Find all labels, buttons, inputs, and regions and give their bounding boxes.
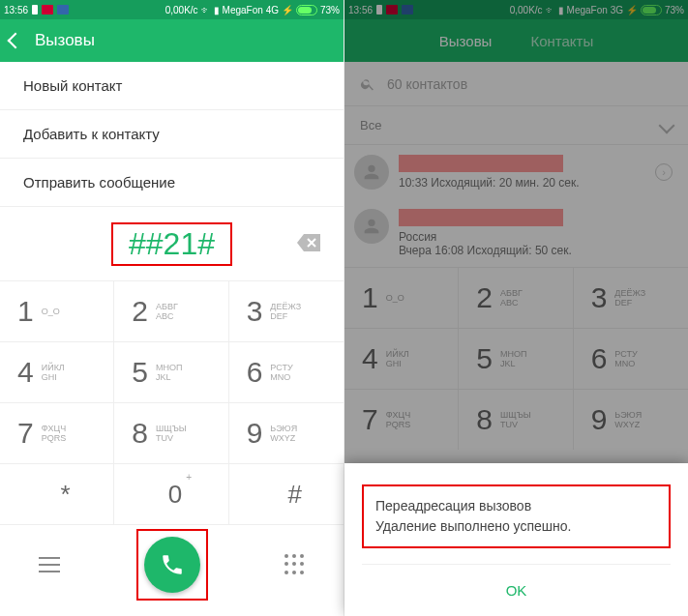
dialed-number: ##21# [111,222,232,266]
key-7[interactable]: 7ФХЦЧPQRS [0,402,114,463]
key-5[interactable]: 5МНОПJKL [114,341,228,402]
menu-icon[interactable] [39,557,60,572]
key-star[interactable]: * [0,463,114,524]
dialog-line2: Удаление выполнено успешно. [375,516,657,537]
page-title: Вызовы [35,31,95,50]
dialog-ok-button[interactable]: OK [362,564,671,616]
dialog-line1: Переадресация вызовов [375,496,657,516]
key-6[interactable]: 6РСТУMNO [229,341,344,402]
status-time: 13:56 [4,5,28,15]
key-4[interactable]: 4ИЙКЛGHI [0,341,114,402]
gmail-icon [42,5,53,15]
menu-send-message[interactable]: Отправить сообщение [0,159,344,207]
status-carrier: MegaFon 4G [223,5,279,15]
right-screen: 13:56 0,00K/c ᯤ ▮ MegaFon 3G ⚡ 73% Вызов… [344,0,688,616]
key-8[interactable]: 8ШЩЪЫTUV [114,402,228,463]
key-0[interactable]: 0+ [114,463,228,524]
key-hash[interactable]: # [229,463,344,524]
signal-icon: ▮ [214,5,220,15]
call-button[interactable] [144,537,200,593]
menu-add-to-contact[interactable]: Добавить к контакту [0,110,344,159]
key-2[interactable]: 2АБВГABC [114,280,228,341]
wifi-icon: ᯤ [201,5,211,15]
back-icon[interactable] [8,33,24,49]
key-1[interactable]: 1O_O [0,280,114,341]
dialpad-icon[interactable] [284,554,306,575]
charge-icon: ⚡ [282,5,293,15]
key-9[interactable]: 9ЬЭЮЯWXYZ [229,402,344,463]
status-bar: 13:56 0,00K/c ᯤ ▮ MegaFon 4G ⚡ 73% [0,0,344,19]
left-screen: 13:56 0,00K/c ᯤ ▮ MegaFon 4G ⚡ 73% Вызов… [0,0,344,616]
vk-icon [57,5,69,15]
status-battery: 73% [320,5,340,15]
call-button-highlight [136,529,208,601]
menu-new-contact[interactable]: Новый контакт [0,62,344,110]
dialog-body: Переадресация вызовов Удаление выполнено… [362,484,671,548]
status-speed: 0,00K/c [165,5,198,15]
backspace-icon[interactable] [297,234,320,251]
keypad: 1O_O 2АБВГABC 3ДЕЁЖЗDEF 4ИЙКЛGHI 5МНОПJK… [0,280,344,524]
dialog: Переадресация вызовов Удаление выполнено… [344,463,688,616]
battery-icon [296,5,317,15]
key-3[interactable]: 3ДЕЁЖЗDEF [229,280,344,341]
bottom-bar [0,524,344,604]
status-icon [32,5,38,15]
header: Вызовы [0,19,344,62]
dialed-number-row: ##21# [0,207,344,280]
